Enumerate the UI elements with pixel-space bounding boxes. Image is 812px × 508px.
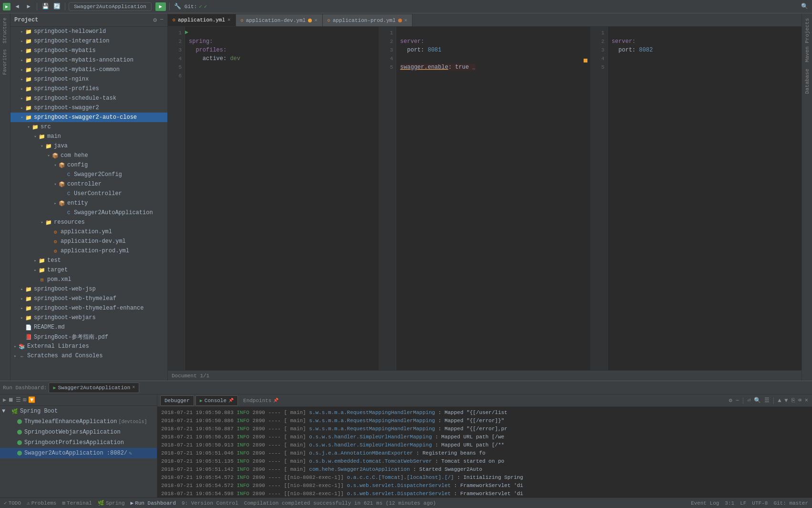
run-dashboard-tab-active[interactable]: ▶ Swagger2AutoApplication × [49,383,139,393]
editor-scroll-application[interactable]: 123456 spring: profiles: active: dev [168,27,379,370]
run-profiles[interactable]: SpringbootProfilesApplication [0,437,157,448]
console-filter-btn[interactable]: ☰ [763,397,771,404]
tab-application-dev-yml[interactable]: ⚙ application-dev.yml × [236,14,323,26]
tree-item-target[interactable]: ▸📁target [10,265,167,275]
run-panel-filter[interactable]: 🔽 [28,396,35,404]
tree-item-application-dev.yml[interactable]: ⚙application-dev.yml [10,237,167,246]
tree-item-springboot-mybatis-common[interactable]: ▸📁springboot-mybatis-common [10,65,167,74]
console-content[interactable]: 2018-07-21 19:05:50.883 INFO 2890 ---- [… [157,407,812,498]
tab-application-yml[interactable]: ⚙ application.yml × [168,14,236,26]
tree-item-main[interactable]: ▾📁main [10,132,167,141]
tree-arrow-com.hehe: ▾ [46,153,51,158]
console-down-btn[interactable]: ▼ [783,397,789,404]
tree-item-External Libraries[interactable]: ▸📚External Libraries [10,342,167,351]
tree-item-resources[interactable]: ▾📁resources [10,218,167,227]
tree-item-pom.xml[interactable]: ⊞pom.xml [10,275,167,284]
status-terminal[interactable]: ⊞ Terminal [62,500,92,506]
tree-item-springboot-swagger2[interactable]: ▸📁springboot-swagger2 [10,103,167,113]
tree-arrow-resources: ▾ [39,220,45,225]
project-minimize-btn[interactable]: − [160,16,164,23]
run-panel-stop[interactable]: ⏹ [8,396,14,404]
tree-item-springboot-helloworld[interactable]: ▸📁springboot-helloworld [10,27,167,36]
run-swagger2-auto[interactable]: Swagger2AutoApplication :8082/ ✎ [0,448,157,458]
run-btn[interactable]: ▶ [155,2,166,11]
console-panel: Debugger ▶ Console 📌 Endpoints 📌 ⚙ − ⏎ 🔍… [157,394,812,498]
tree-item-controller[interactable]: ▾📦controller [10,179,167,189]
tree-item-SpringBoot-doc[interactable]: 📕SpringBoot-参考指南.pdf [10,332,167,342]
tree-item-README.md[interactable]: 📄README.md [10,322,167,332]
run-config-dropdown[interactable]: Swagger2AutoApplication [69,2,152,11]
tree-item-entity[interactable]: ▸📦entity [10,198,167,208]
tree-item-springboot-web-thymeleaf[interactable]: ▸📁springboot-web-thymeleaf [10,294,167,303]
tree-item-springboot-mybatis[interactable]: ▸📁springboot-mybatis [10,46,167,55]
tree-item-springboot-webjars[interactable]: ▸📁springboot-webjars [10,313,167,322]
tree-item-springboot-web-jsp[interactable]: ▸📁springboot-web-jsp [10,284,167,294]
toolbar-forward-btn[interactable]: ▶ [24,2,33,11]
run-panel-play[interactable]: ▶ [3,396,6,404]
tab-close-application-yml[interactable]: × [227,17,231,23]
toolbar-save-btn[interactable]: 💾 [41,2,50,11]
debugger-tab[interactable]: Debugger [160,395,194,406]
console-up-btn[interactable]: ▲ [777,397,782,404]
code-content-application[interactable]: spring: profiles: active: dev [185,27,379,370]
tree-item-config[interactable]: ▾📦config [10,160,167,170]
run-panel-list[interactable]: ☰ [16,396,21,404]
console-tab-btn[interactable]: ▶ Console 📌 [195,395,238,406]
run-tab-close[interactable]: × [132,385,135,390]
git-btn[interactable]: 🔧 [173,2,183,11]
tab-close-dev-yml[interactable]: × [314,18,318,23]
toolbar-back-btn[interactable]: ◀ [12,2,22,11]
tree-item-springboot-profiles[interactable]: ▸📁springboot-profiles [10,84,167,93]
favorites-tab[interactable]: Favorites [1,47,9,77]
tab-close-prod-yml[interactable]: × [404,18,408,23]
tree-item-application-prod.yml[interactable]: ⚙application-prod.yml [10,246,167,256]
endpoints-tab[interactable]: Endpoints 📌 [239,395,282,406]
tree-item-springboot-integration[interactable]: ▸📁springboot-integration [10,36,167,46]
tree-item-Swagger2AutoApplication[interactable]: CSwagger2AutoApplication [10,208,167,218]
code-content-prod[interactable]: server: port: 8082 [608,27,802,370]
tree-item-UserController[interactable]: CUserController [10,189,167,198]
status-run-dashboard[interactable]: ▶ Run Dashboard [131,500,176,506]
event-log-btn[interactable]: Event Log [691,500,719,506]
tab-application-prod-yml[interactable]: ⚙ application-prod.yml × [323,14,413,26]
console-clear-btn[interactable]: ⌫ [797,397,802,404]
tree-item-application.yml[interactable]: ⚙application.yml [10,227,167,237]
tree-item-springboot-schedule-task[interactable]: ▸📁springboot-schedule-task [10,93,167,103]
tree-item-Swagger2Config[interactable]: CSwagger2Config [10,170,167,179]
console-wrap-btn[interactable]: ⏎ [746,397,751,404]
toolbar-sync-btn[interactable]: 🔄 [52,2,62,11]
status-problems[interactable]: ⚠ Problems [27,500,56,506]
maven-tab[interactable]: Maven Projects [803,15,812,65]
structure-tab[interactable]: Structure [1,15,9,46]
run-panel-grid[interactable]: ⊞ [23,396,26,404]
database-tab[interactable]: Database [803,66,812,97]
tree-item-test[interactable]: ▸📁test [10,256,167,265]
spring-boot-group[interactable]: ▼ 🌿 Spring Boot [0,406,157,416]
tree-item-springboot-swagger2-auto-close[interactable]: ▾📁springboot-swagger2-auto-close [10,113,167,122]
edit-icon-swagger2[interactable]: ✎ [129,450,132,456]
editor-scroll-prod[interactable]: 12345 server: port: 8082 [591,27,802,370]
tree-item-springboot-mybatis-annotation[interactable]: ▸📁springboot-mybatis-annotation [10,55,167,65]
status-version-control[interactable]: 9: Version Control [182,500,238,506]
console-search-btn[interactable]: 🔍 [753,397,762,404]
run-icon-tab: ▶ [53,385,56,391]
tree-item-com.hehe[interactable]: ▾📦com hehe [10,151,167,160]
editor-scroll-dev[interactable]: 12345 server: port: 8081 swagger.enable:… [379,27,590,370]
tree-item-java[interactable]: ▾📁java [10,141,167,151]
run-thymeleaf-enhance[interactable]: ThymeleafEnhanceApplication [devtools] [0,416,157,427]
tree-item-springboot-nginx[interactable]: ▸📁springboot-nginx [10,74,167,84]
code-content-dev[interactable]: server: port: 8081 swagger.enable: true … [396,27,590,370]
tree-item-springboot-web-thymeleaf-enhance[interactable]: ▸📁springboot-web-thymeleaf-enhance [10,303,167,313]
status-spring[interactable]: 🌿 Spring [98,500,125,506]
search-btn[interactable]: 🔍 [800,2,809,11]
console-x-btn[interactable]: × [804,397,809,404]
app-icon: ▶ [3,3,10,10]
status-todo[interactable]: ✓ TODO [4,500,21,506]
console-settings-btn[interactable]: ⚙ [728,397,733,404]
console-copy-btn[interactable]: ⎘ [791,397,796,404]
tree-item-src[interactable]: ▾📁src [10,122,167,132]
run-webjars[interactable]: SpringbootWebjarsApplication [0,427,157,437]
project-cog-btn[interactable]: ⚙ [153,16,157,24]
tree-item-Scratches and Consoles[interactable]: ▸✏Scratches and Consoles [10,351,167,361]
console-minimize-btn[interactable]: − [735,397,740,404]
